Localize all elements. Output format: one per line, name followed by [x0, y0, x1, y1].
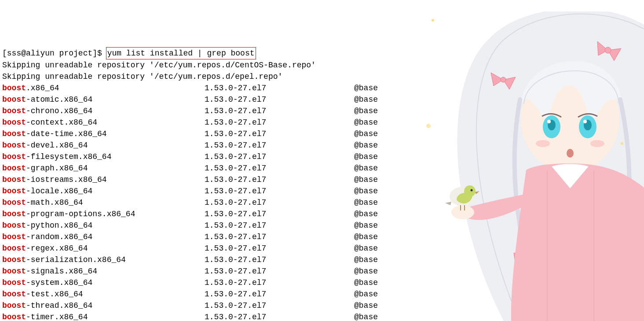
package-row: boost-iostreams.x86_641.53.0-27.el7@base [2, 174, 642, 185]
package-name: boost.x86_64 [2, 82, 205, 94]
package-row: boost-serialization.x86_641.53.0-27.el7@… [2, 254, 642, 266]
package-version: 1.53.0-27.el7 [205, 266, 354, 277]
package-name: boost-system.x86_64 [2, 277, 205, 288]
package-row: boost-devel.x86_641.53.0-27.el7@base [2, 140, 642, 151]
package-version: 1.53.0-27.el7 [205, 82, 354, 94]
package-version: 1.53.0-27.el7 [205, 220, 354, 231]
package-name: boost-signals.x86_64 [2, 266, 205, 277]
package-name: boost-random.x86_64 [2, 231, 205, 243]
package-version: 1.53.0-27.el7 [205, 185, 354, 197]
package-row: boost-locale.x86_641.53.0-27.el7@base [2, 185, 642, 197]
grep-match: boost [2, 198, 26, 207]
package-row: boost-date-time.x86_641.53.0-27.el7@base [2, 128, 642, 140]
package-repo: @base [354, 254, 378, 266]
package-repo: @base [354, 300, 378, 311]
grep-match: boost [2, 210, 26, 218]
package-repo: @base [354, 243, 378, 254]
package-version: 1.53.0-27.el7 [205, 243, 354, 254]
package-version: 1.53.0-27.el7 [205, 288, 354, 300]
package-version: 1.53.0-27.el7 [205, 174, 354, 185]
watermark-text: https://blog.csdn.net/sss_0916 [558, 304, 635, 316]
grep-match: boost [2, 232, 26, 241]
package-version: 1.53.0-27.el7 [205, 208, 354, 220]
package-repo: @base [354, 117, 378, 128]
skip-line: Skipping unreadable repository '/etc/yum… [2, 61, 316, 70]
skip-line: Skipping unreadable repository '/etc/yum… [2, 72, 282, 81]
package-repo: @base [354, 140, 378, 151]
terminal-output: [sss@aliyun project]$ yum list installed… [2, 47, 642, 321]
package-row: boost-python.x86_641.53.0-27.el7@base [2, 220, 642, 231]
package-row: boost-filesystem.x86_641.53.0-27.el7@bas… [2, 151, 642, 162]
grep-match: boost [2, 313, 26, 321]
package-version: 1.53.0-27.el7 [205, 105, 354, 117]
package-repo: @base [354, 82, 378, 94]
package-row: boost-math.x86_641.53.0-27.el7@base [2, 197, 642, 208]
package-name: boost-program-options.x86_64 [2, 208, 205, 220]
package-name: boost-context.x86_64 [2, 117, 205, 128]
grep-match: boost [2, 290, 26, 299]
package-repo: @base [354, 277, 378, 288]
package-row: boost.x86_641.53.0-27.el7@base [2, 82, 642, 94]
package-repo: @base [354, 185, 378, 197]
package-row: boost-timer.x86_641.53.0-27.el7@base [2, 311, 642, 321]
package-list: boost.x86_641.53.0-27.el7@baseboost-atom… [2, 82, 642, 321]
package-name: boost-serialization.x86_64 [2, 254, 205, 266]
shell-prompt: [sss@aliyun project]$ [2, 49, 107, 58]
package-row: boost-atomic.x86_641.53.0-27.el7@base [2, 94, 642, 105]
package-row: boost-graph.x86_641.53.0-27.el7@base [2, 162, 642, 174]
package-name: boost-locale.x86_64 [2, 185, 205, 197]
package-row: boost-signals.x86_641.53.0-27.el7@base [2, 266, 642, 277]
grep-match: boost [2, 301, 26, 310]
package-name: boost-atomic.x86_64 [2, 94, 205, 105]
grep-match: boost [2, 175, 26, 184]
grep-match: boost [2, 187, 26, 196]
package-name: boost-iostreams.x86_64 [2, 174, 205, 185]
package-repo: @base [354, 162, 378, 174]
package-repo: @base [354, 231, 378, 243]
package-name: boost-test.x86_64 [2, 288, 205, 300]
package-row: boost-regex.x86_641.53.0-27.el7@base [2, 243, 642, 254]
package-name: boost-devel.x86_64 [2, 140, 205, 151]
package-repo: @base [354, 197, 378, 208]
package-name: boost-math.x86_64 [2, 197, 205, 208]
package-name: boost-thread.x86_64 [2, 300, 205, 311]
package-row: boost-context.x86_641.53.0-27.el7@base [2, 117, 642, 128]
package-version: 1.53.0-27.el7 [205, 231, 354, 243]
grep-match: boost [2, 84, 26, 92]
package-repo: @base [354, 208, 378, 220]
package-repo: @base [354, 266, 378, 277]
package-name: boost-graph.x86_64 [2, 162, 205, 174]
package-version: 1.53.0-27.el7 [205, 128, 354, 140]
package-repo: @base [354, 105, 378, 117]
package-row: boost-system.x86_641.53.0-27.el7@base [2, 277, 642, 288]
package-row: boost-program-options.x86_641.53.0-27.el… [2, 208, 642, 220]
package-version: 1.53.0-27.el7 [205, 300, 354, 311]
package-row: boost-test.x86_641.53.0-27.el7@base [2, 288, 642, 300]
package-version: 1.53.0-27.el7 [205, 277, 354, 288]
package-version: 1.53.0-27.el7 [205, 162, 354, 174]
package-name: boost-chrono.x86_64 [2, 105, 205, 117]
package-name: boost-regex.x86_64 [2, 243, 205, 254]
package-repo: @base [354, 151, 378, 162]
grep-match: boost [2, 95, 26, 104]
package-version: 1.53.0-27.el7 [205, 311, 354, 321]
package-repo: @base [354, 311, 378, 321]
package-version: 1.53.0-27.el7 [205, 117, 354, 128]
package-name: boost-timer.x86_64 [2, 311, 205, 321]
package-row: boost-thread.x86_641.53.0-27.el7@base [2, 300, 642, 311]
grep-match: boost [2, 129, 26, 138]
package-repo: @base [354, 174, 378, 185]
package-repo: @base [354, 220, 378, 231]
highlighted-command: yum list installed | grep boost [106, 47, 256, 59]
package-row: boost-chrono.x86_641.53.0-27.el7@base [2, 105, 642, 117]
package-version: 1.53.0-27.el7 [205, 140, 354, 151]
package-version: 1.53.0-27.el7 [205, 151, 354, 162]
package-name: boost-date-time.x86_64 [2, 128, 205, 140]
grep-match: boost [2, 107, 26, 115]
grep-match: boost [2, 244, 26, 253]
package-repo: @base [354, 94, 378, 105]
package-name: boost-filesystem.x86_64 [2, 151, 205, 162]
grep-match: boost [2, 255, 26, 264]
package-repo: @base [354, 288, 378, 300]
grep-match: boost [2, 164, 26, 173]
